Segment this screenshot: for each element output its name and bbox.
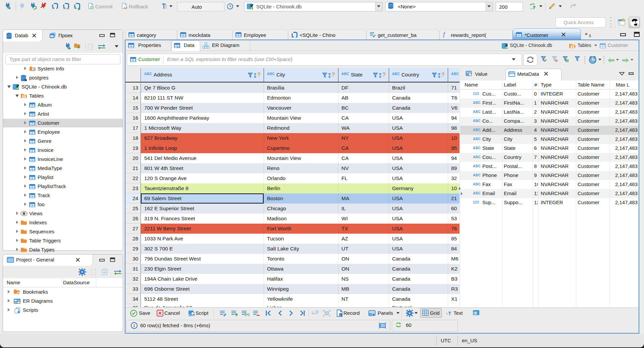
svg-text:‹: ‹ (446, 311, 447, 316)
svg-text:f: f (443, 31, 446, 38)
svg-text:5: 5 (589, 34, 591, 38)
svg-text:i: i (133, 323, 135, 328)
svg-text:T: T (448, 310, 451, 316)
svg-text:»: » (585, 32, 587, 36)
svg-text:(+): (+) (245, 312, 250, 316)
svg-text:<>: <> (177, 46, 180, 48)
svg-text:i: i (340, 314, 341, 316)
